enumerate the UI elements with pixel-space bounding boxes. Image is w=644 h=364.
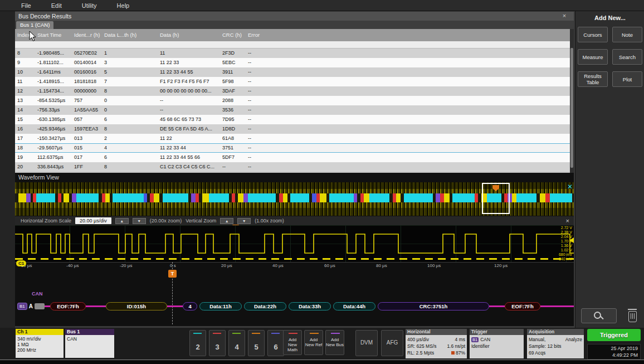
bus-badge-group[interactable]: B1 A <box>17 303 45 310</box>
trash-body-icon <box>628 311 637 322</box>
channel1-badge[interactable]: C1 <box>16 260 26 266</box>
cell-data: 11 22 33 <box>158 58 220 67</box>
h-zoom-scale-value[interactable]: 20.00 µs/div <box>75 217 111 224</box>
tab-bus1-can[interactable]: Bus 1 (CAN) <box>16 21 53 29</box>
trigger-marker[interactable]: T <box>168 270 177 278</box>
cell-index: 11 <box>15 77 35 86</box>
button-add-new-bus[interactable]: Add New Bus <box>325 330 344 355</box>
waveform-overview[interactable]: ✕ <box>15 182 574 216</box>
cell-identifier: 757 <box>72 96 102 105</box>
table-row[interactable]: 20336.8443µs1FF8C1 C2 C3 C4 C5 C6 C...--… <box>15 162 574 172</box>
close-icon[interactable]: × <box>560 12 568 21</box>
trigger-panel[interactable]: Trigger B1CAN Identifier <box>470 329 524 358</box>
button-add-new-ref[interactable]: Add New Ref <box>304 330 323 355</box>
table-row[interactable]: 12-1.154734...00000000800 00 00 00 00 00… <box>15 86 574 96</box>
cell-index: 19 <box>15 153 35 162</box>
acquisition-panel[interactable]: Acquisition Manual,Analyze Sample: 12 bi… <box>527 329 584 358</box>
overview-segment <box>444 193 450 202</box>
voltage-label: 1.36 V <box>559 244 572 248</box>
overview-zoom-box[interactable] <box>482 183 510 214</box>
channel-3-button[interactable]: 3 <box>209 330 226 356</box>
h-zoom-up-button[interactable]: ▲ <box>115 218 129 224</box>
h-window: 4 ms <box>455 336 465 343</box>
scrollbar-thumb[interactable] <box>570 48 573 168</box>
channel-5-button[interactable]: 5 <box>248 330 265 356</box>
decode-field-eof[interactable]: EOF:7Fh <box>50 302 86 310</box>
table-row[interactable]: 11-1.418915...181818187F1 F2 F3 F4 F5 F6… <box>15 77 574 86</box>
dvm-button[interactable]: DVM <box>355 330 378 356</box>
table-row[interactable]: 19112.6375µs017611 22 33 44 55 665DF7-- <box>15 153 574 162</box>
add-search-button[interactable]: Search <box>612 49 642 65</box>
cell-data_length: 8 <box>102 86 158 96</box>
table-row[interactable]: 10-1.6411ms00160016511 22 33 44 553911-- <box>15 67 574 77</box>
button-add-new-math[interactable]: Add New Math <box>283 330 302 355</box>
status-stack: Triggered 25 Apr 2019 4:49:22 PM <box>587 329 641 360</box>
add-plot-button[interactable]: Plot <box>612 71 642 87</box>
delete-button[interactable] <box>626 308 639 323</box>
cell-data_length: 2 <box>102 134 158 143</box>
menu-item-help[interactable]: Help <box>117 2 130 9</box>
menu-item-edit[interactable]: Edit <box>51 2 62 9</box>
column-header: Start Time <box>35 29 72 41</box>
table-row[interactable]: 15-630.1385µs057645 68 6C 65 73 737D95-- <box>15 115 574 124</box>
table-row[interactable]: 9-1.811102...00140014311 22 335EBC-- <box>15 58 574 67</box>
add-note-button[interactable]: Note <box>612 27 642 42</box>
bus1-badge[interactable]: B1 <box>17 303 27 310</box>
channel-2-button[interactable]: 2 <box>189 330 206 356</box>
table-row[interactable]: 13-854.5325µs7570--2088-- <box>15 96 574 105</box>
zoomed-waveform[interactable]: 2.72 V2.38 V2.04 V1.70 V1.36 V1.02 V680 … <box>15 225 574 262</box>
v-zoom-down-button[interactable]: ▼ <box>237 218 251 224</box>
decode-field-data[interactable]: Data:11h <box>199 302 242 310</box>
decode-field-id[interactable]: ID:015h <box>106 302 167 310</box>
add-results-table-button[interactable]: Results Table <box>578 71 608 87</box>
h-samplerate: SR: 625 MS/s <box>407 343 436 350</box>
channel1-trace <box>15 225 574 262</box>
cell-crc: 5DF7 <box>220 153 246 162</box>
cell-start_time: 112.6375µs <box>35 153 72 162</box>
v-zoom-label: Vertical Zoom <box>186 218 216 224</box>
decode-field-data[interactable]: Data:33h <box>289 302 331 310</box>
add-color-dash <box>310 333 319 334</box>
channel-4-button[interactable]: 4 <box>228 330 245 356</box>
overview-corner-icon: ✕ <box>567 183 573 190</box>
channel1-settings-badge[interactable]: Ch 1 340 mV/div 1 MΩ 200 MHz <box>16 329 64 358</box>
table-row[interactable]: 16-425.9346µs1597EEA38DE 55 C8 FA 5D 45 … <box>15 124 574 134</box>
decode-field-data[interactable]: Data:22h <box>244 302 286 310</box>
h-zoom-factor: (20.00x zoom) <box>150 218 182 224</box>
channel-6-button[interactable]: 6 <box>267 330 284 356</box>
decode-field-dlc[interactable]: 4 <box>183 302 197 310</box>
trigger-type: CAN <box>480 337 490 342</box>
table-scrollbar[interactable] <box>570 29 574 173</box>
afg-button[interactable]: AFG <box>381 330 403 356</box>
channel1-name: Ch 1 <box>16 329 64 335</box>
cell-crc: 3DAF <box>220 86 246 96</box>
horizontal-panel[interactable]: Horizontal 400 µs/div4 ms SR: 625 MS/s1.… <box>406 329 467 358</box>
cell-crc: 5F98 <box>220 77 246 86</box>
menu-item-file[interactable]: File <box>21 2 31 9</box>
cell-start_time: -1.811102... <box>35 58 72 67</box>
table-row[interactable]: 8-1.980485...05270E021112F3D-- <box>15 48 574 58</box>
cell-start_time: -1.980485... <box>35 48 72 58</box>
zoom-tool-button[interactable] <box>581 308 617 323</box>
cell-identifier: 00160016 <box>72 67 102 77</box>
voltage-label: 2.72 V <box>559 226 572 230</box>
table-row[interactable]: 14-756.33µs1A55AA550--3536-- <box>15 105 574 115</box>
position-marker-icon <box>451 351 455 355</box>
cell-start_time: 336.8443µs <box>35 162 72 172</box>
close-icon[interactable]: × <box>566 217 569 224</box>
table-row[interactable]: 18-29.5607µs015411 22 33 443751-- <box>15 143 574 153</box>
add-cursors-button[interactable]: Cursors <box>578 27 608 42</box>
decode-field-eof[interactable]: EOF:7Fh <box>505 302 540 310</box>
bus1-settings-badge[interactable]: Bus 1 CAN <box>65 329 114 358</box>
v-zoom-up-button[interactable]: ▲ <box>220 218 233 224</box>
decode-field-crc[interactable]: CRC:3751h <box>378 302 489 310</box>
cell-identifier: 1FF <box>72 162 102 172</box>
channel-color-dash <box>213 333 221 334</box>
h-zoom-down-button[interactable]: ▼ <box>133 218 146 224</box>
menu-item-utility[interactable]: Utility <box>82 2 97 9</box>
cell-identifier: 013 <box>72 134 102 143</box>
decode-field-data[interactable]: Data:44h <box>333 302 375 310</box>
cell-identifier: 057 <box>72 115 102 124</box>
table-row[interactable]: 17-150.3427µs013211 2261A8-- <box>15 134 574 143</box>
add-measure-button[interactable]: Measure <box>578 49 608 65</box>
